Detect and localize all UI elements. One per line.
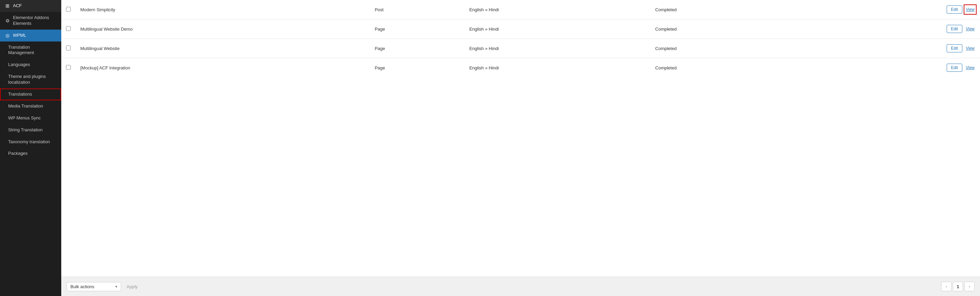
- actions-cell-0: Edit View: [798, 0, 980, 19]
- pagination-page-1-button[interactable]: 1: [953, 282, 963, 291]
- language-cell-0: English » Hindi: [465, 0, 650, 19]
- type-cell-1: Page: [370, 19, 465, 39]
- sidebar-item-translation-management[interactable]: Translation Management: [0, 41, 61, 59]
- sidebar-item-acf[interactable]: ⊞ ACF: [0, 0, 61, 12]
- edit-button-0[interactable]: Edit: [947, 5, 963, 14]
- table-row: [Mockup] ACF Integration Page English » …: [61, 58, 980, 78]
- type-cell-3: Page: [370, 58, 465, 78]
- sidebar-item-wpml[interactable]: ◎ WPML: [0, 30, 61, 41]
- table-row: Modern Simplicity Post English » Hindi C…: [61, 0, 980, 19]
- sidebar-item-elementor-label: Elementor Addons Elements: [13, 15, 56, 27]
- status-cell-2: Completed: [651, 39, 798, 58]
- edit-button-3[interactable]: Edit: [947, 64, 963, 72]
- sidebar-item-taxonomy-translation-label: Taxonomy translation: [8, 139, 50, 145]
- actions-cell-2: Edit View: [798, 39, 980, 58]
- status-cell-3: Completed: [651, 58, 798, 78]
- sidebar-item-packages-label: Packages: [8, 151, 27, 156]
- sidebar-item-media-translation[interactable]: Media Translation: [0, 100, 61, 112]
- view-button-0[interactable]: View: [965, 6, 975, 13]
- view-button-3[interactable]: View: [965, 64, 975, 72]
- content-area: Modern Simplicity Post English » Hindi C…: [61, 0, 980, 277]
- sidebar-item-translation-management-label: Translation Management: [8, 45, 56, 56]
- checkbox-cell-2: [61, 39, 76, 58]
- type-cell-2: Page: [370, 39, 465, 58]
- title-cell-3: [Mockup] ACF Integration: [76, 58, 370, 78]
- edit-button-2[interactable]: Edit: [947, 44, 963, 53]
- translations-table: Modern Simplicity Post English » Hindi C…: [61, 0, 980, 77]
- sidebar-item-languages-label: Languages: [8, 62, 30, 68]
- bulk-actions-label: Bulk actions: [70, 284, 94, 289]
- sidebar-item-languages[interactable]: Languages: [0, 59, 61, 71]
- acf-icon: ⊞: [5, 3, 10, 8]
- bulk-left: Bulk actions ▾ Apply: [67, 282, 140, 291]
- sidebar-item-media-translation-label: Media Translation: [8, 103, 43, 109]
- table-row: Multilingual Website Demo Page English »…: [61, 19, 980, 39]
- language-cell-3: English » Hindi: [465, 58, 650, 78]
- row-checkbox-2[interactable]: [66, 46, 71, 50]
- actions-cell-3: Edit View: [798, 58, 980, 78]
- left-arrow-icon: ‹: [946, 285, 947, 288]
- language-cell-1: English » Hindi: [465, 19, 650, 39]
- row-checkbox-3[interactable]: [66, 65, 71, 70]
- pagination: ‹ 1 ›: [941, 282, 975, 291]
- sidebar-item-translations-label: Translations: [8, 92, 32, 97]
- sidebar-item-wp-menus-sync[interactable]: WP Menus Sync: [0, 112, 61, 124]
- apply-button[interactable]: Apply: [124, 282, 140, 291]
- actions-cell-1: Edit View: [798, 19, 980, 39]
- sidebar-item-string-translation[interactable]: String Translation: [0, 124, 61, 136]
- row-checkbox-1[interactable]: [66, 26, 71, 31]
- sidebar-item-translations[interactable]: Translations: [0, 89, 61, 100]
- view-button-2[interactable]: View: [965, 45, 975, 52]
- status-cell-0: Completed: [651, 0, 798, 19]
- title-cell-2: Multilingual Website: [76, 39, 370, 58]
- right-arrow-icon: ›: [969, 285, 970, 288]
- sidebar-item-theme-plugins-label: Theme and plugins localization: [8, 74, 56, 85]
- status-cell-1: Completed: [651, 19, 798, 39]
- sidebar-item-taxonomy-translation[interactable]: Taxonomy translation: [0, 136, 61, 148]
- pagination-prev-button[interactable]: ‹: [941, 282, 951, 291]
- checkbox-cell-1: [61, 19, 76, 39]
- sidebar-item-wpml-label: WPML: [13, 33, 26, 38]
- checkbox-cell-0: [61, 0, 76, 19]
- bulk-actions-select[interactable]: Bulk actions ▾: [67, 282, 121, 291]
- sidebar-item-theme-plugins[interactable]: Theme and plugins localization: [0, 71, 61, 89]
- checkbox-cell-3: [61, 58, 76, 78]
- table-row: Multilingual Website Page English » Hind…: [61, 39, 980, 58]
- chevron-down-icon: ▾: [115, 285, 118, 289]
- main-content: Modern Simplicity Post English » Hindi C…: [61, 0, 980, 296]
- title-cell-0: Modern Simplicity: [76, 0, 370, 19]
- row-checkbox-0[interactable]: [66, 7, 71, 11]
- bulk-actions-bar: Bulk actions ▾ Apply ‹ 1 ›: [61, 277, 980, 296]
- edit-button-1[interactable]: Edit: [947, 25, 963, 33]
- sidebar-item-elementor[interactable]: ⚙ Elementor Addons Elements: [0, 12, 61, 30]
- sidebar-item-acf-label: ACF: [13, 3, 22, 9]
- elementor-icon: ⚙: [5, 18, 10, 24]
- pagination-next-button[interactable]: ›: [964, 282, 975, 291]
- view-button-1[interactable]: View: [965, 25, 975, 33]
- language-cell-2: English » Hindi: [465, 39, 650, 58]
- type-cell-0: Post: [370, 0, 465, 19]
- sidebar-item-wp-menus-sync-label: WP Menus Sync: [8, 115, 41, 121]
- wpml-icon: ◎: [5, 33, 10, 38]
- sidebar: ⊞ ACF ⚙ Elementor Addons Elements ◎ WPML…: [0, 0, 61, 296]
- title-cell-1: Multilingual Website Demo: [76, 19, 370, 39]
- sidebar-item-packages[interactable]: Packages: [0, 148, 61, 159]
- sidebar-item-string-translation-label: String Translation: [8, 127, 43, 133]
